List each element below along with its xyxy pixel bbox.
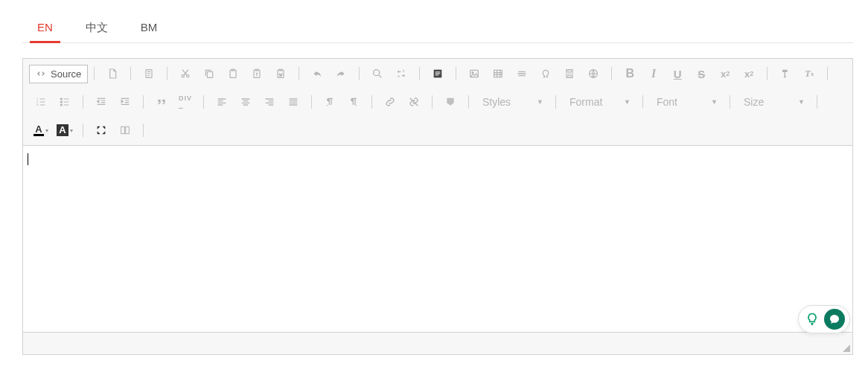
find-button[interactable] bbox=[366, 63, 389, 84]
subscript-button[interactable]: x2 bbox=[713, 63, 737, 84]
separator bbox=[167, 67, 167, 80]
separator bbox=[371, 95, 372, 109]
svg-rect-27 bbox=[121, 126, 125, 133]
separator bbox=[817, 95, 817, 109]
superscript-button[interactable]: x2 bbox=[737, 63, 761, 84]
div-button[interactable]: DIV⎯ bbox=[173, 92, 197, 112]
outdent-button[interactable] bbox=[89, 92, 113, 112]
separator bbox=[827, 67, 828, 80]
separator bbox=[143, 124, 144, 137]
tab-en[interactable]: EN bbox=[36, 15, 54, 42]
specialchar-button[interactable] bbox=[534, 63, 558, 84]
hr-button[interactable] bbox=[510, 63, 534, 84]
align-left-icon bbox=[216, 96, 228, 108]
maximize-icon bbox=[95, 124, 107, 136]
align-center-icon bbox=[240, 96, 252, 108]
rtl-icon bbox=[348, 96, 360, 108]
styles-combo[interactable]: Styles▼ bbox=[475, 92, 549, 112]
svg-point-10 bbox=[374, 70, 380, 76]
pagebreak-button[interactable] bbox=[558, 63, 581, 84]
table-button[interactable] bbox=[486, 63, 510, 84]
separator bbox=[555, 95, 556, 109]
svg-rect-4 bbox=[230, 70, 236, 77]
undo-icon bbox=[311, 68, 323, 80]
replace-button[interactable]: ba bbox=[389, 63, 413, 84]
editor-content-area[interactable] bbox=[23, 146, 852, 332]
source-button[interactable]: Source bbox=[29, 65, 88, 83]
bg-color-button[interactable]: A ▾ bbox=[53, 120, 77, 141]
resize-grip[interactable] bbox=[843, 345, 850, 352]
underline-button[interactable]: U bbox=[666, 63, 689, 84]
align-left-button[interactable] bbox=[210, 92, 234, 112]
anchor-button[interactable] bbox=[438, 92, 462, 112]
text-color-icon: A bbox=[33, 125, 44, 136]
separator bbox=[419, 67, 420, 80]
select-all-icon bbox=[432, 68, 444, 80]
strike-button[interactable]: S bbox=[689, 63, 713, 84]
paste-text-button[interactable] bbox=[245, 63, 269, 84]
unlink-icon bbox=[408, 96, 420, 108]
help-widget[interactable] bbox=[798, 305, 850, 333]
separator bbox=[611, 67, 612, 80]
new-page-button[interactable] bbox=[100, 63, 124, 84]
italic-button[interactable]: I bbox=[642, 63, 666, 84]
hr-icon bbox=[516, 68, 528, 80]
show-blocks-button[interactable] bbox=[113, 120, 137, 141]
table-icon bbox=[492, 68, 504, 80]
separator bbox=[299, 67, 299, 80]
link-button[interactable] bbox=[378, 92, 402, 112]
bullet-list-icon bbox=[59, 96, 71, 108]
svg-text:b: b bbox=[403, 69, 405, 73]
size-combo[interactable]: Size▼ bbox=[736, 92, 811, 112]
tab-bm[interactable]: BM bbox=[139, 15, 159, 42]
svg-point-25 bbox=[60, 101, 62, 103]
text-color-button[interactable]: A ▾ bbox=[29, 120, 53, 141]
format-combo[interactable]: Format▼ bbox=[562, 92, 636, 112]
rtl-button[interactable] bbox=[342, 92, 366, 112]
font-combo[interactable]: Font▼ bbox=[649, 92, 724, 112]
find-icon bbox=[371, 68, 383, 80]
align-center-button[interactable] bbox=[234, 92, 258, 112]
redo-button[interactable] bbox=[329, 63, 353, 84]
undo-button[interactable] bbox=[305, 63, 329, 84]
paste-button[interactable] bbox=[221, 63, 245, 84]
separator bbox=[83, 95, 83, 109]
svg-rect-14 bbox=[435, 71, 441, 72]
link-icon bbox=[384, 96, 396, 108]
paste-word-button[interactable] bbox=[269, 63, 293, 84]
format-painter-button[interactable] bbox=[773, 63, 797, 84]
new-page-icon bbox=[106, 68, 118, 80]
rich-editor: Source bbox=[22, 58, 853, 355]
svg-rect-3 bbox=[208, 71, 213, 77]
separator bbox=[468, 95, 469, 109]
copy-button[interactable] bbox=[197, 63, 221, 84]
ltr-icon bbox=[324, 96, 336, 108]
blockquote-button[interactable] bbox=[150, 92, 173, 112]
outdent-icon bbox=[95, 96, 107, 108]
align-right-icon bbox=[264, 96, 275, 108]
templates-button[interactable] bbox=[137, 63, 161, 84]
cut-button[interactable] bbox=[173, 63, 197, 84]
separator bbox=[203, 95, 204, 109]
replace-icon: ba bbox=[395, 68, 407, 80]
svg-point-2 bbox=[187, 75, 189, 77]
iframe-icon bbox=[587, 68, 599, 80]
tab-zh[interactable]: 中文 bbox=[84, 15, 109, 42]
ltr-button[interactable] bbox=[318, 92, 342, 112]
unlink-button[interactable] bbox=[402, 92, 426, 112]
bullet-list-button[interactable] bbox=[53, 92, 77, 112]
separator bbox=[642, 95, 643, 109]
image-button[interactable] bbox=[462, 63, 486, 84]
align-justify-button[interactable] bbox=[281, 92, 305, 112]
bold-button[interactable]: B bbox=[618, 63, 642, 84]
ordered-list-button[interactable]: 123 bbox=[29, 92, 53, 112]
separator bbox=[359, 67, 360, 80]
iframe-button[interactable] bbox=[581, 63, 605, 84]
bg-color-icon: A bbox=[57, 124, 68, 136]
format-painter-icon bbox=[779, 68, 791, 80]
indent-button[interactable] bbox=[113, 92, 137, 112]
align-right-button[interactable] bbox=[258, 92, 281, 112]
maximize-button[interactable] bbox=[89, 120, 113, 141]
remove-format-button[interactable]: Tx bbox=[797, 63, 821, 84]
select-all-button[interactable] bbox=[426, 63, 450, 84]
